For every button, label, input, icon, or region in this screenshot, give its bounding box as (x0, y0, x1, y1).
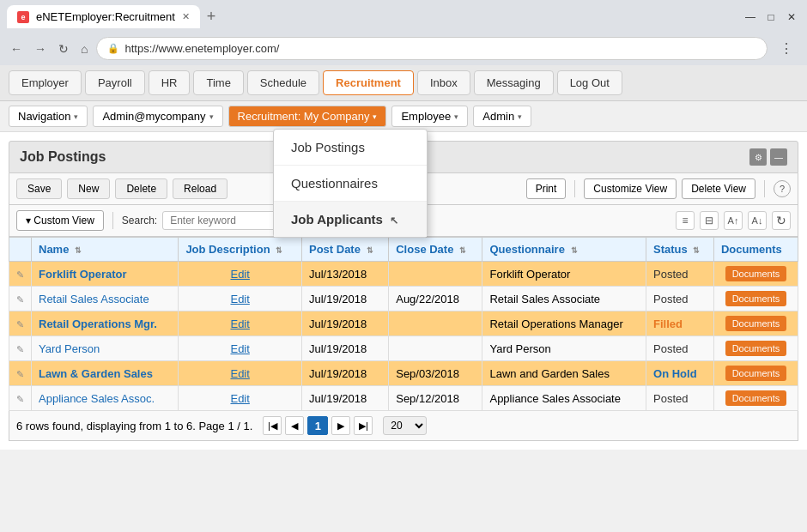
col-header-close-date[interactable]: Close Date ⇅ (389, 238, 482, 262)
documents-button[interactable]: Documents (725, 266, 787, 281)
row-documents[interactable]: Documents (713, 287, 798, 311)
admin2-arrow: ▾ (518, 112, 522, 121)
job-desc-link[interactable]: Edit (230, 367, 249, 380)
browser-menu-button[interactable]: ⋮ (773, 37, 800, 60)
pd-sort-icon: ⇅ (367, 246, 373, 255)
nav-tab-inbox[interactable]: Inbox (417, 70, 470, 95)
cd-sort-icon: ⇅ (459, 246, 466, 255)
admin-dropdown[interactable]: Admin@mycompany ▾ (93, 106, 222, 127)
s-sort-icon: ⇅ (693, 246, 700, 255)
minimize-button[interactable]: — (742, 9, 759, 26)
reload-button[interactable]: ↻ (55, 39, 72, 59)
forward-button[interactable]: → (31, 39, 50, 59)
next-page-button[interactable]: ▶ (331, 416, 350, 435)
nav-tab-payroll[interactable]: Payroll (85, 70, 145, 95)
data-table: Name ⇅ Job Description ⇅ Post Date ⇅ Clo… (9, 237, 798, 411)
home-button[interactable]: ⌂ (77, 39, 91, 59)
close-tab-button[interactable]: ✕ (182, 11, 190, 22)
close-window-button[interactable]: ✕ (783, 9, 800, 26)
job-desc-link[interactable]: Edit (230, 268, 249, 281)
documents-button[interactable]: Documents (725, 316, 787, 331)
filter-icon-btn[interactable]: ≡ (676, 211, 695, 230)
col-header-name[interactable]: Name ⇅ (32, 238, 179, 262)
delete-view-button[interactable]: Delete View (682, 178, 755, 199)
delete-button[interactable]: Delete (115, 178, 167, 199)
nav-tab-messaging[interactable]: Messaging (474, 70, 554, 95)
row-questionnaire: Retail Operations Manager (482, 311, 646, 336)
menu-item-job-postings[interactable]: Job Postings (274, 130, 427, 166)
settings-icon-btn[interactable]: ⚙ (749, 148, 767, 166)
menu-item-questionnaires[interactable]: Questionnaires (274, 166, 427, 202)
row-edit-icon[interactable]: ✎ (9, 386, 32, 411)
new-tab-button[interactable]: + (200, 8, 223, 26)
row-job-description[interactable]: Edit (179, 361, 302, 386)
nav-tab-time[interactable]: Time (193, 70, 243, 95)
admin2-dropdown[interactable]: Admin ▾ (473, 106, 531, 127)
back-button[interactable]: ← (7, 39, 26, 59)
customize-view-button[interactable]: Customize View (584, 178, 677, 199)
nav-tab-logout[interactable]: Log Out (557, 70, 622, 95)
first-page-button[interactable]: |◀ (263, 416, 282, 435)
new-button[interactable]: New (67, 178, 110, 199)
job-desc-link[interactable]: Edit (230, 317, 249, 330)
table-row: ✎ Lawn & Garden Sales Edit Jul/19/2018 S… (9, 361, 798, 386)
sort-desc-icon-btn[interactable]: A↓ (748, 211, 767, 230)
row-documents[interactable]: Documents (713, 336, 798, 361)
prev-page-button[interactable]: ◀ (285, 416, 304, 435)
row-edit-icon[interactable]: ✎ (9, 262, 32, 287)
employee-dropdown[interactable]: Employee ▾ (391, 106, 468, 127)
documents-button[interactable]: Documents (725, 341, 787, 356)
page-size-select[interactable]: 20 50 100 (383, 416, 427, 435)
job-desc-link[interactable]: Edit (230, 342, 249, 355)
row-edit-icon[interactable]: ✎ (9, 336, 32, 361)
save-button[interactable]: Save (16, 178, 62, 199)
row-job-description[interactable]: Edit (179, 311, 302, 336)
maximize-button[interactable]: □ (762, 9, 780, 26)
row-job-description[interactable]: Edit (179, 287, 302, 311)
row-job-description[interactable]: Edit (179, 386, 302, 411)
nav-tab-recruitment[interactable]: Recruitment (323, 70, 414, 95)
row-job-description[interactable]: Edit (179, 336, 302, 361)
reload-button-toolbar[interactable]: Reload (173, 178, 228, 199)
row-documents[interactable]: Documents (713, 386, 798, 411)
row-questionnaire: Retail Sales Associate (482, 287, 646, 311)
col-header-status[interactable]: Status ⇅ (646, 238, 714, 262)
col-header-questionnaire[interactable]: Questionnaire ⇅ (482, 238, 646, 262)
documents-button[interactable]: Documents (725, 291, 787, 306)
job-desc-link[interactable]: Edit (230, 392, 249, 405)
refresh-icon-btn[interactable]: ↻ (772, 211, 791, 230)
job-desc-link[interactable]: Edit (230, 293, 249, 305)
navigation-dropdown[interactable]: Navigation ▾ (9, 106, 88, 127)
documents-button[interactable]: Documents (725, 366, 787, 381)
col-header-post-date[interactable]: Post Date ⇅ (301, 238, 388, 262)
nav-tab-schedule[interactable]: Schedule (247, 70, 319, 95)
row-documents[interactable]: Documents (713, 311, 798, 336)
nav-tab-employer[interactable]: Employer (9, 70, 82, 95)
last-page-button[interactable]: ▶| (354, 416, 373, 435)
address-bar[interactable]: 🔒 https://www.enetemployer.com/ (96, 37, 768, 60)
columns-icon-btn[interactable]: ⊟ (700, 211, 719, 230)
row-documents[interactable]: Documents (713, 361, 798, 386)
documents-button[interactable]: Documents (725, 390, 787, 406)
sort-asc-icon-btn[interactable]: A↑ (724, 211, 743, 230)
print-button[interactable]: Print (526, 178, 567, 199)
current-page[interactable]: 1 (307, 416, 328, 435)
row-edit-icon[interactable]: ✎ (9, 287, 32, 311)
row-documents[interactable]: Documents (713, 262, 798, 287)
col-header-job-description[interactable]: Job Description ⇅ (179, 238, 302, 262)
row-post-date: Jul/19/2018 (301, 386, 388, 411)
page-info: 6 rows found, displaying from 1 to 6. Pa… (16, 420, 252, 432)
table-row: ✎ Retail Operations Mgr. Edit Jul/19/201… (9, 311, 798, 336)
recruitment-dropdown[interactable]: Recruitment: My Company ▾ (228, 106, 387, 127)
row-post-date: Jul/19/2018 (301, 336, 388, 361)
row-job-description[interactable]: Edit (179, 262, 302, 287)
row-edit-icon[interactable]: ✎ (9, 361, 32, 386)
menu-item-job-applicants[interactable]: Job Applicants ↖ (274, 202, 427, 237)
collapse-icon-btn[interactable]: — (770, 148, 787, 166)
nav-tab-hr[interactable]: HR (149, 70, 191, 95)
browser-tab[interactable]: e eNETEmployer:Recruitment ✕ (7, 5, 200, 28)
search-input[interactable] (162, 211, 282, 230)
help-button[interactable]: ? (774, 180, 791, 197)
custom-view-button[interactable]: ▾ Custom View (16, 210, 104, 231)
row-edit-icon[interactable]: ✎ (9, 311, 32, 336)
